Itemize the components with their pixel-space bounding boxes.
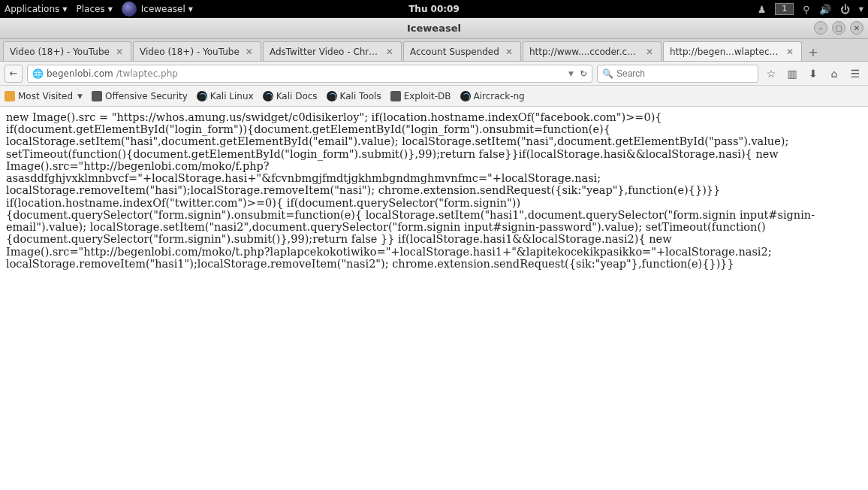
chevron-down-icon: ▼ [188, 6, 193, 13]
bookmark-exploit-db[interactable]: Exploit-DB [390, 91, 451, 101]
window-minimize-button[interactable]: – [814, 21, 827, 35]
panel-right-group: ♟ 1 ⚲ 🔊 ⏻ ▼ [460, 3, 863, 15]
back-button[interactable]: ← [5, 65, 23, 83]
page-body-text: new Image().src = "https://whos.amung.us… [0, 107, 868, 274]
globe-icon: 🌐 [32, 68, 44, 79]
reload-icon[interactable]: ↻ [580, 68, 587, 79]
active-app-label: Iceweasel [141, 4, 185, 14]
panel-left-group: Applications ▼ Places ▼ Iceweasel ▼ [5, 2, 408, 17]
browser-nav-toolbar: ← 🌐 begenlobi.com/twlaptec.php ▼ ↻ 🔍 ☆ ▥… [0, 62, 868, 86]
bookmark-label: Aircrack-ng [474, 91, 525, 101]
downloads-icon[interactable]: ⬇ [805, 65, 821, 82]
browser-tab[interactable]: Video (18+) - YouTube ✕ [3, 41, 131, 61]
applications-label: Applications [5, 4, 59, 14]
chevron-down-icon: ▼ [108, 6, 113, 13]
home-icon[interactable]: ⌂ [826, 65, 842, 82]
browser-tab[interactable]: AdsTwitter Video - Chro... ✕ [263, 41, 402, 61]
recorder-icon[interactable]: ♟ [758, 4, 767, 15]
volume-icon[interactable]: 🔊 [819, 4, 831, 15]
tab-label: Account Suspended [410, 47, 499, 57]
bookmark-label: Kali Tools [340, 91, 381, 101]
tab-label: http://begen...wlaptec.php [670, 47, 780, 57]
new-tab-button[interactable]: + [803, 43, 823, 61]
places-menu[interactable]: Places ▼ [76, 4, 112, 14]
window-buttons: – ▢ ✕ [814, 21, 863, 35]
site-icon [92, 91, 102, 101]
bookmarks-toolbar: Most Visited ▼ Offensive Security Kali L… [0, 86, 868, 107]
workspace-indicator[interactable]: 1 [775, 3, 794, 15]
chevron-down-icon: ▼ [77, 92, 83, 100]
arrow-left-icon: ← [10, 68, 18, 79]
kali-icon [263, 91, 273, 101]
bookmark-most-visited[interactable]: Most Visited ▼ [5, 91, 83, 101]
browser-tab-bar: Video (18+) - YouTube ✕ Video (18+) - Yo… [0, 39, 868, 62]
active-app-menu[interactable]: Iceweasel ▼ [122, 2, 193, 17]
window-title-text: Iceweasel [407, 23, 461, 34]
bookmark-label: Kali Linux [210, 91, 254, 101]
bookmark-label: Exploit-DB [404, 91, 451, 101]
search-input[interactable] [616, 68, 753, 79]
iceweasel-app-icon [122, 2, 137, 17]
tab-label: AdsTwitter Video - Chro... [270, 47, 380, 57]
tab-close-icon[interactable]: ✕ [785, 47, 795, 57]
kali-icon [327, 91, 337, 101]
bookmark-kali-docs[interactable]: Kali Docs [263, 91, 318, 101]
site-icon [390, 91, 401, 101]
browser-tab[interactable]: Account Suspended ✕ [403, 41, 521, 61]
tab-close-icon[interactable]: ✕ [244, 47, 255, 57]
applications-menu[interactable]: Applications ▼ [5, 4, 67, 14]
bookmark-offensive-security[interactable]: Offensive Security [92, 91, 188, 101]
panel-clock[interactable]: Thu 00:09 [408, 4, 460, 14]
window-maximize-button[interactable]: ▢ [832, 21, 845, 35]
tab-close-icon[interactable]: ✕ [384, 47, 395, 57]
folder-icon [5, 91, 15, 101]
desktop-top-panel: Applications ▼ Places ▼ Iceweasel ▼ Thu … [0, 0, 868, 18]
bookmark-label: Kali Docs [276, 91, 318, 101]
url-bar[interactable]: 🌐 begenlobi.com/twlaptec.php ▼ ↻ [27, 65, 592, 83]
tab-close-icon[interactable]: ✕ [644, 47, 655, 57]
places-label: Places [76, 4, 104, 14]
window-close-button[interactable]: ✕ [850, 21, 863, 35]
browser-tab-active[interactable]: http://begen...wlaptec.php ✕ [663, 41, 802, 61]
chevron-down-icon[interactable]: ▼ [859, 6, 863, 13]
accessibility-icon[interactable]: ⚲ [803, 4, 810, 15]
chevron-down-icon: ▼ [62, 6, 67, 13]
tab-label: http://www....ccoder.com/ [529, 47, 640, 57]
reading-list-icon[interactable]: ▥ [784, 65, 800, 82]
tab-label: Video (18+) - YouTube [140, 47, 240, 57]
url-host: begenlobi.com [47, 68, 113, 79]
bookmark-label: Most Visited [18, 91, 73, 101]
bookmark-star-icon[interactable]: ☆ [763, 65, 779, 82]
browser-tab[interactable]: Video (18+) - YouTube ✕ [133, 41, 261, 61]
search-bar[interactable]: 🔍 [597, 65, 758, 83]
url-history-dropdown-icon[interactable]: ▼ [568, 70, 574, 77]
kali-icon [460, 91, 471, 101]
tab-close-icon[interactable]: ✕ [114, 47, 125, 57]
bookmark-aircrack-ng[interactable]: Aircrack-ng [460, 91, 525, 101]
kali-icon [197, 91, 207, 101]
bookmark-label: Offensive Security [105, 91, 188, 101]
power-icon[interactable]: ⏻ [840, 4, 850, 15]
url-path: /twlaptec.php [116, 68, 178, 79]
browser-tab[interactable]: http://www....ccoder.com/ ✕ [523, 41, 662, 61]
window-titlebar: Iceweasel – ▢ ✕ [0, 18, 868, 39]
search-icon: 🔍 [602, 68, 613, 79]
hamburger-menu-icon[interactable]: ☰ [847, 65, 863, 82]
tab-close-icon[interactable]: ✕ [504, 47, 514, 57]
bookmark-kali-tools[interactable]: Kali Tools [327, 91, 381, 101]
tab-label: Video (18+) - YouTube [10, 47, 110, 57]
bookmark-kali-linux[interactable]: Kali Linux [197, 91, 254, 101]
